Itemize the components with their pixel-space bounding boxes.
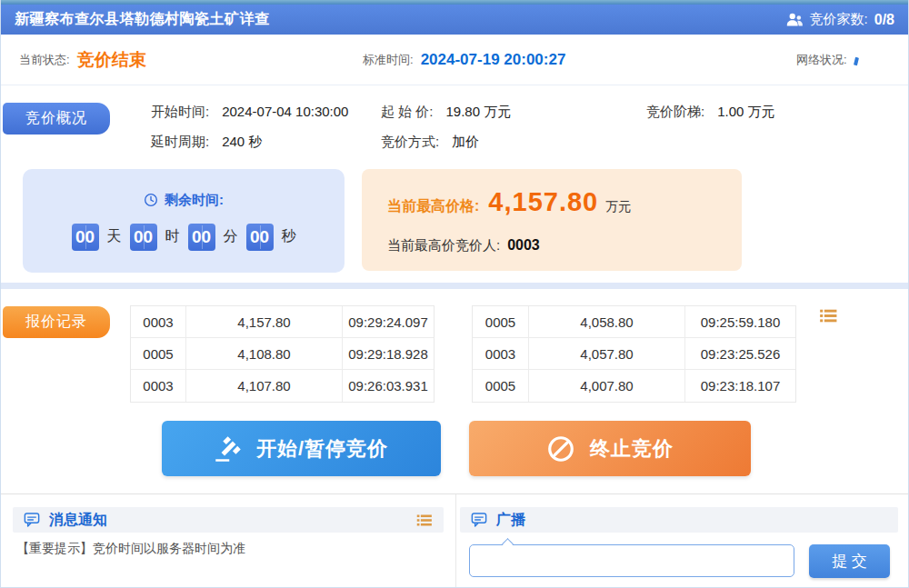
chat-icon [24, 513, 40, 527]
table-cell: 4,007.80 [529, 370, 685, 402]
network-label: 网络状况: [796, 52, 847, 68]
table-cell: 09:25:59.180 [685, 306, 795, 337]
bid-records-table-right: 00054,058.8009:25:59.18000034,057.8009:2… [472, 305, 796, 403]
overview-badge: 竞价概况 [3, 103, 110, 135]
table-cell: 4,107.80 [186, 370, 343, 402]
delay-value: 240 秒 [222, 134, 262, 149]
table-cell: 0003 [131, 370, 186, 402]
step-value: 1.00 万元 [717, 104, 774, 119]
hour-unit: 时 [165, 227, 180, 246]
table-cell: 09:23:25.526 [685, 338, 795, 369]
countdown-title: 剩余时间: [144, 192, 224, 209]
people-icon [786, 13, 804, 26]
title-bar: 新疆察布查尔县塔勒德村陶瓷土矿详查 竞价家数: 0/8 [1, 5, 908, 35]
bidder-count-value: 0/8 [874, 12, 894, 28]
highest-price-unit: 万元 [605, 199, 631, 215]
time-label: 标准时间: [363, 52, 414, 68]
table-row: 00034,057.8009:23:25.526 [473, 338, 795, 370]
chat-icon [471, 513, 487, 527]
bottom-section: 消息通知 【重要提示】竞价时间以服务器时间为准 广播 [1, 493, 908, 587]
start-time-field: 开始时间:2024-07-04 10:30:00 [151, 104, 348, 121]
table-cell: 09:26:03.931 [343, 370, 434, 402]
current-state: 当前状态: 竞价结束 [19, 35, 146, 85]
minute-unit: 分 [224, 227, 238, 246]
notice-message: 【重要提示】竞价时间以服务器时间为准 [16, 541, 245, 557]
highest-bidder-label: 当前最高价竞价人: [387, 237, 500, 254]
start-time-value: 2024-07-04 10:30:00 [222, 104, 348, 119]
bidder-count-label: 竞价家数: [810, 11, 868, 28]
gavel-icon [215, 435, 242, 463]
table-cell: 09:23:18.107 [685, 370, 795, 402]
table-cell: 4,057.80 [529, 338, 685, 369]
highest-bidder-value: 0003 [507, 237, 540, 254]
mode-field: 竞价方式:加价 [381, 134, 479, 151]
table-row: 00034,157.8009:29:24.097 [131, 306, 434, 338]
start-time-label: 开始时间: [151, 104, 209, 119]
state-label: 当前状态: [19, 52, 70, 68]
submit-button[interactable]: 提 交 [809, 544, 890, 578]
bidder-count: 竞价家数: 0/8 [786, 11, 894, 28]
countdown-hours: 00 [130, 224, 157, 251]
table-cell: 0003 [473, 338, 529, 369]
start-pause-label: 开始/暂停竞价 [256, 435, 388, 463]
table-row: 00054,108.8009:29:18.928 [131, 338, 434, 370]
page-title: 新疆察布查尔县塔勒德村陶瓷土矿详查 [15, 10, 270, 29]
start-price-label: 起 始 价: [381, 104, 434, 119]
bid-records-badge: 报价记录 [3, 306, 110, 338]
mode-label: 竞价方式: [381, 134, 439, 149]
start-pause-button[interactable]: 开始/暂停竞价 [162, 421, 441, 476]
broadcast-input[interactable] [469, 544, 794, 577]
table-cell: 0005 [473, 370, 529, 402]
delay-field: 延时周期:240 秒 [151, 134, 262, 151]
step-field: 竞价阶梯:1.00 万元 [646, 104, 775, 121]
table-row: 00054,007.8009:23:18.107 [473, 370, 795, 402]
broadcast-header: 广播 [460, 507, 898, 533]
table-cell: 4,058.80 [529, 306, 685, 337]
highest-price-value: 4,157.80 [488, 187, 598, 217]
table-cell: 4,157.80 [186, 306, 343, 337]
status-bar: 当前状态: 竞价结束 标准时间: 2024-07-19 20:00:27 网络状… [1, 35, 908, 85]
countdown-digits: 00 天 00 时 00 分 00 秒 [72, 224, 296, 251]
highest-price-label: 当前最高价格: [387, 197, 479, 216]
mode-value: 加价 [452, 134, 479, 149]
time-value: 2024-07-19 20:00:27 [421, 51, 566, 69]
network-status: 网络状况: [796, 35, 858, 85]
table-row: 00034,107.8009:26:03.931 [131, 370, 434, 402]
state-value: 竞价结束 [77, 48, 146, 72]
highest-price-line: 当前最高价格: 4,157.80 万元 [387, 187, 716, 217]
countdown-panel: 剩余时间: 00 天 00 时 00 分 00 秒 [23, 169, 345, 273]
start-price-field: 起 始 价:19.80 万元 [381, 104, 511, 121]
broadcast-input-wrap [469, 544, 794, 577]
notice-list-icon[interactable] [416, 513, 433, 527]
server-time: 标准时间: 2024-07-19 20:00:27 [363, 35, 565, 85]
network-signal-icon [854, 57, 859, 66]
records-list-icon[interactable] [819, 308, 838, 324]
broadcast-title: 广播 [496, 511, 525, 530]
notice-header: 消息通知 [13, 507, 444, 533]
table-cell: 0005 [131, 338, 186, 369]
table-cell: 4,108.80 [186, 338, 343, 369]
clock-icon [144, 193, 158, 207]
table-cell: 0005 [473, 306, 529, 337]
step-label: 竞价阶梯: [646, 104, 704, 119]
table-row: 00054,058.8009:25:59.180 [473, 306, 795, 338]
table-cell: 0003 [131, 306, 186, 337]
notice-title: 消息通知 [49, 511, 107, 530]
bid-records-table-left: 00034,157.8009:29:24.09700054,108.8009:2… [130, 305, 435, 403]
delay-label: 延时周期: [151, 134, 209, 149]
countdown-minutes: 00 [188, 224, 215, 251]
prohibit-icon [546, 434, 575, 463]
vertical-divider [455, 494, 456, 587]
stop-label: 终止竞价 [590, 435, 674, 463]
countdown-days: 00 [72, 224, 99, 251]
countdown-seconds: 00 [246, 224, 274, 251]
highest-bidder-line: 当前最高价竞价人: 0003 [387, 237, 716, 254]
day-unit: 天 [107, 227, 122, 246]
countdown-label: 剩余时间: [165, 192, 224, 209]
stop-button[interactable]: 终止竞价 [469, 421, 751, 476]
second-unit: 秒 [282, 227, 296, 246]
section-divider [1, 283, 908, 289]
auction-page: 新疆察布查尔县塔勒德村陶瓷土矿详查 竞价家数: 0/8 当前状态: 竞价结束 标… [0, 0, 909, 588]
start-price-value: 19.80 万元 [446, 104, 512, 119]
table-cell: 09:29:24.097 [343, 306, 434, 337]
